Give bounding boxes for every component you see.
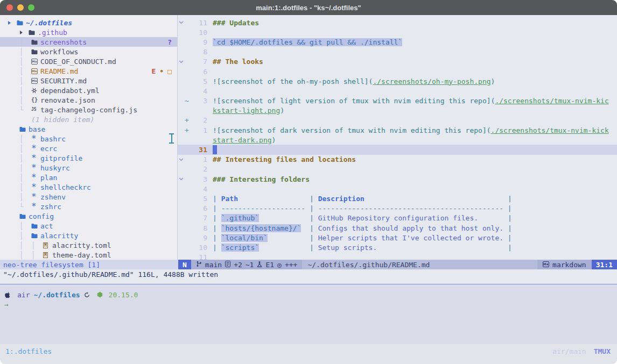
git-branch: main xyxy=(205,261,222,269)
tree-item[interactable]: │*gitprofile xyxy=(0,153,177,163)
star-file-icon: * xyxy=(31,194,40,199)
editor-line[interactable]: 1## Interesting files and locations xyxy=(178,155,617,165)
tree-item[interactable]: └JStag-changelog-config.js xyxy=(0,105,177,115)
tree-item[interactable]: │screenshots? xyxy=(0,37,177,47)
editor-line[interactable]: 8 xyxy=(178,47,617,57)
line-number: 4 xyxy=(190,185,207,193)
node-version: 20.15.0 xyxy=(109,291,138,299)
tree-item[interactable]: │*zshenv xyxy=(0,192,177,202)
tree-item[interactable]: (1 hidden item) xyxy=(0,115,177,124)
editor-line[interactable]: 8| `hosts/{hostname}/` | Configs that sh… xyxy=(178,223,617,233)
tree-item[interactable]: base xyxy=(0,124,177,134)
editor-line[interactable]: +1![screenshot of dark version of tmux w… xyxy=(178,125,617,135)
tree-item-label: CODE_OF_CONDUCT.md xyxy=(40,58,116,66)
tree-item-label: renovate.json xyxy=(40,96,95,104)
tree-item-label: zshrc xyxy=(40,203,61,211)
tree-item-label: base xyxy=(29,125,45,133)
fold-marker[interactable] xyxy=(178,60,185,63)
tree-item-label: gitprofile xyxy=(40,154,82,162)
tree-item[interactable]: │README.mdE•□ xyxy=(0,66,177,76)
tree-item[interactable]: │alacritty xyxy=(0,231,177,240)
editor-line[interactable]: kstart-light.png) xyxy=(178,106,617,116)
tree-item[interactable]: ││Mtheme-day.toml xyxy=(0,250,177,260)
tmux-statusbar: 1:.dotfiles air/main TMUX xyxy=(0,344,617,364)
line-number: 5 xyxy=(190,195,207,203)
nvim-statusline: N main+2~1E1◎+++ ~/.dotfiles/.github/REA… xyxy=(178,260,617,269)
editor-buffer: 11### Updates109`cd $HOME/.dotfiles && g… xyxy=(178,15,617,260)
editor-line[interactable]: 9| `local/bin` | Helper scripts that I'v… xyxy=(178,233,617,242)
tree-item[interactable]: │act xyxy=(0,221,177,231)
tree-item[interactable]: │dependabot.yml xyxy=(0,85,177,95)
tree-item[interactable]: config xyxy=(0,211,177,221)
toml-file-icon: M xyxy=(43,242,52,248)
md-file-icon xyxy=(31,68,40,74)
tree-item-label: theme-day.toml xyxy=(52,251,111,259)
editor-line[interactable]: 10 xyxy=(178,27,617,37)
tree-item[interactable]: │SECURITY.md xyxy=(0,76,177,85)
braces-file-icon: {} xyxy=(31,97,40,103)
tree-item[interactable]: │CODE_OF_CONDUCT.md xyxy=(0,56,177,66)
editor-line[interactable]: 4 xyxy=(178,86,617,96)
editor-line[interactable]: 2 xyxy=(178,165,617,174)
prompt-host: air xyxy=(17,291,30,299)
folder-icon xyxy=(17,20,26,26)
editor-line[interactable]: 7## The looks xyxy=(178,57,617,67)
tree-item[interactable]: │*huskyrc xyxy=(0,163,177,173)
tree-item[interactable]: │*ecrc xyxy=(0,144,177,153)
editor-line[interactable]: ~3![screenshot of light version of tmux … xyxy=(178,96,617,106)
terminal-window: main:1:.dotfiles - "ks~/.dotfiles" ~/.do… xyxy=(0,0,617,364)
expander-icon[interactable] xyxy=(19,30,29,35)
tree-item[interactable]: └*zshrc xyxy=(0,202,177,211)
fold-marker[interactable] xyxy=(178,21,185,24)
editor-line[interactable]: 6| -------------------- | --------------… xyxy=(178,204,617,213)
terminal-content: ~/.dotfiles.github│screenshots?│workflow… xyxy=(0,15,617,364)
editor-line[interactable]: 5| Path | Description | xyxy=(178,194,617,203)
status-row: neo-tree filesystem [1] N main+2~1E1◎+++… xyxy=(0,260,617,269)
tree-item[interactable]: │*shellcheckrc xyxy=(0,182,177,192)
pane-gap xyxy=(0,280,617,284)
tree-guide: └ xyxy=(19,106,31,114)
editor-line[interactable]: 11### Updates xyxy=(178,18,617,27)
editor-line[interactable]: 11 xyxy=(178,253,617,260)
fold-marker[interactable] xyxy=(178,158,185,161)
editor-line[interactable]: +2 xyxy=(178,116,617,125)
buffer-icon xyxy=(225,261,230,269)
git-sign: + xyxy=(185,126,190,134)
tmux-window-tab[interactable]: 1:.dotfiles xyxy=(5,347,52,355)
expander-icon[interactable] xyxy=(8,20,17,25)
git-sign: + xyxy=(185,116,190,124)
tree-guide: │ xyxy=(19,193,31,201)
editor-line[interactable]: start-dark.png) xyxy=(178,135,617,145)
tree-guide: └ xyxy=(19,203,31,211)
line-text: | -------------------- | ---------------… xyxy=(213,204,512,212)
tree-item-label: SECURITY.md xyxy=(40,77,87,85)
tree-item[interactable]: .github xyxy=(0,27,177,37)
line-text: kstart-light.png) xyxy=(213,106,284,115)
fold-marker[interactable] xyxy=(178,177,185,181)
editor-line[interactable]: 3### Interesting folders xyxy=(178,174,617,184)
tree-guide: │ xyxy=(19,232,31,240)
line-number: 4 xyxy=(190,87,207,95)
folder-icon xyxy=(29,30,38,35)
editor-cursor-line[interactable]: 31 xyxy=(178,145,617,154)
editor-line[interactable]: 4 xyxy=(178,184,617,194)
tree-item[interactable]: │{}renovate.json xyxy=(0,95,177,105)
tree-guide: │ xyxy=(19,145,31,153)
tree-item[interactable]: │*plan xyxy=(0,173,177,182)
tree-item-label: act xyxy=(40,222,53,230)
tree-item[interactable]: ~/.dotfiles xyxy=(0,18,177,27)
editor-line[interactable]: 10| `scripts` | Setup scripts. | xyxy=(178,242,617,252)
editor-line[interactable]: 5![screenshot of the oh-my-posh shell](.… xyxy=(178,76,617,86)
editor-line[interactable]: 9`cd $HOME/.dotfiles && git pull && ./in… xyxy=(178,37,617,47)
tree-item-label: alacritty.toml xyxy=(52,241,111,249)
extra-icon: ◎ xyxy=(277,261,282,269)
tree-item[interactable]: ││Malacritty.toml xyxy=(0,240,177,250)
editor-line[interactable]: 7| `.github` | GitHub Repository configu… xyxy=(178,213,617,223)
editor-line[interactable]: 6 xyxy=(178,67,617,76)
line-text: `cd $HOME/.dotfiles && git pull && ./ins… xyxy=(213,38,402,46)
shell-pane[interactable]: air ~/.dotfiles 20.15.0 → xyxy=(0,284,617,344)
tree-item[interactable]: │workflows xyxy=(0,47,177,56)
tree-item[interactable]: │*bashrc xyxy=(0,134,177,144)
git-status-badges: E•□ xyxy=(152,67,177,75)
tree-guide: │ xyxy=(19,58,31,66)
